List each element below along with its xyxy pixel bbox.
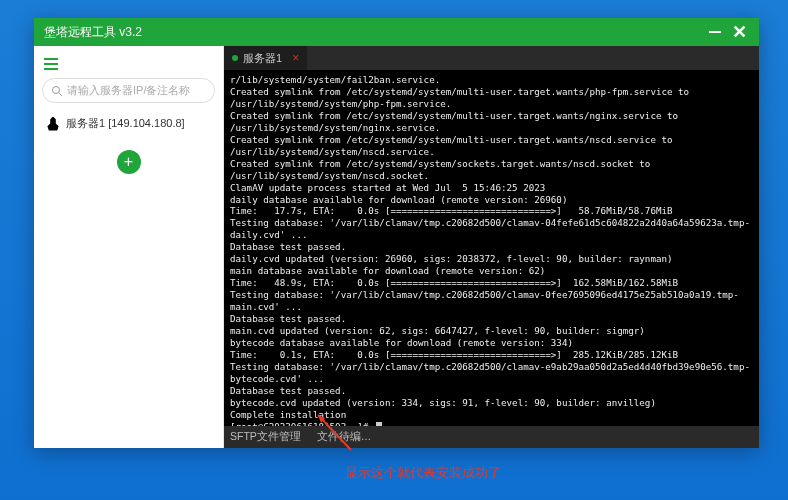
search-placeholder: 请输入服务器IP/备注名称	[67, 83, 190, 98]
app-body: 请输入服务器IP/备注名称 服务器1 [149.104.180.8] + 服务器…	[34, 46, 759, 448]
main-panel: 服务器1 × r/lib/systemd/system/fail2ban.ser…	[224, 46, 759, 448]
hamburger-icon[interactable]	[44, 58, 58, 70]
close-button[interactable]: ✕	[727, 20, 751, 44]
terminal-output[interactable]: r/lib/systemd/system/fail2ban.service.Cr…	[224, 70, 759, 426]
window-title: 堡塔远程工具 v3.2	[44, 24, 703, 41]
app-window: 堡塔远程工具 v3.2 ✕ 请输入服务器IP/备注名称 服务器1 [149.10…	[34, 18, 759, 448]
svg-line-1	[59, 92, 63, 96]
tab-server1[interactable]: 服务器1 ×	[224, 46, 307, 70]
minimize-button[interactable]	[703, 20, 727, 44]
plus-icon: +	[124, 153, 133, 171]
bottom-tabs: SFTP文件管理 文件待编…	[224, 426, 759, 448]
svg-point-0	[53, 86, 60, 93]
tab-label: 服务器1	[243, 51, 282, 66]
tab-bar: 服务器1 ×	[224, 46, 759, 70]
linux-icon	[46, 117, 60, 131]
titlebar: 堡塔远程工具 v3.2 ✕	[34, 18, 759, 46]
server-label: 服务器1 [149.104.180.8]	[66, 116, 185, 131]
search-input[interactable]: 请输入服务器IP/备注名称	[42, 78, 215, 103]
arrow-icon	[313, 410, 363, 452]
server-item[interactable]: 服务器1 [149.104.180.8]	[42, 111, 215, 136]
tab-close-button[interactable]: ×	[292, 51, 299, 65]
annotation: 显示这个就代表安装成功了	[345, 448, 501, 482]
close-icon: ✕	[732, 23, 747, 41]
annotation-text: 显示这个就代表安装成功了	[345, 448, 501, 482]
status-dot-icon	[232, 55, 238, 61]
sftp-tab[interactable]: SFTP文件管理	[230, 430, 301, 444]
sidebar: 请输入服务器IP/备注名称 服务器1 [149.104.180.8] +	[34, 46, 224, 448]
search-icon	[51, 85, 63, 97]
minimize-icon	[709, 31, 721, 33]
add-server-button[interactable]: +	[117, 150, 141, 174]
